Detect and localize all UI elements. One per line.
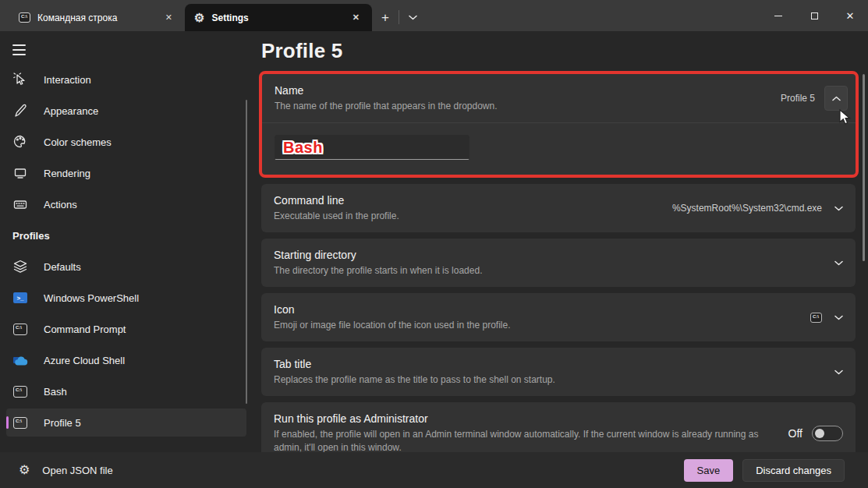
- icon-expander[interactable]: Icon Emoji or image file location of the…: [261, 293, 856, 341]
- cmd-icon-text: C:\: [21, 14, 27, 19]
- setting-subtitle: Executable used in the profile.: [274, 210, 660, 223]
- name-expander-card: Name The name of the profile that appear…: [262, 74, 856, 175]
- minimize-button[interactable]: [760, 0, 796, 31]
- setting-title: Command line: [274, 193, 660, 208]
- sidebar-item-label: Defaults: [44, 261, 81, 273]
- collapse-expander-button[interactable]: [824, 86, 848, 111]
- chevron-down-icon: [834, 315, 843, 320]
- setting-value: %SystemRoot%\System32\cmd.exe: [672, 203, 822, 214]
- appearance-icon: [12, 103, 28, 118]
- sidebar-item-rendering[interactable]: Rendering: [6, 159, 246, 187]
- window-controls: ✕: [760, 0, 868, 31]
- sidebar-item-profile-5[interactable]: C:\ Profile 5: [6, 408, 246, 437]
- cmd-window-icon: C:\: [19, 12, 30, 23]
- sidebar-item-actions[interactable]: Actions: [6, 190, 246, 218]
- profile-name-input[interactable]: Bash: [275, 135, 469, 160]
- titlebar: C:\ Командная строка ✕ ⚙ Settings ✕ + ✕: [0, 0, 868, 31]
- sidebar-item-color-schemes[interactable]: Color schemes: [6, 128, 246, 156]
- setting-title: Run this profile as Administrator: [274, 412, 776, 426]
- name-expander-header[interactable]: Name The name of the profile that appear…: [262, 74, 856, 122]
- cmd-icon-text: C:\: [16, 387, 22, 392]
- gear-icon: ⚙: [194, 12, 204, 23]
- hamburger-menu-button[interactable]: [12, 42, 31, 58]
- setting-subtitle: Replaces the profile name as the title t…: [274, 373, 822, 387]
- sidebar-item-defaults[interactable]: Defaults: [6, 253, 246, 281]
- rendering-icon: [12, 165, 28, 181]
- powershell-icon-text: >_: [13, 292, 27, 303]
- sidebar-item-label: Bash: [44, 386, 67, 398]
- layers-icon: [12, 259, 28, 274]
- interaction-icon: [12, 72, 28, 87]
- cmd-icon-text: C:\: [16, 419, 22, 423]
- sidebar-item-interaction[interactable]: Interaction: [6, 65, 246, 94]
- settings-main-panel: Profile 5 Name The name of the profile t…: [257, 31, 868, 452]
- close-tab-icon[interactable]: ✕: [348, 11, 364, 24]
- sidebar-item-label: Appearance: [44, 105, 98, 117]
- save-button[interactable]: Save: [684, 459, 734, 482]
- open-json-label: Open JSON file: [42, 465, 112, 476]
- setting-title: Starting directory: [274, 248, 822, 263]
- cmd-window-icon: C:\: [12, 321, 28, 337]
- annotation-highlight-box: Name The name of the profile that appear…: [259, 71, 859, 178]
- sidebar-item-windows-powershell[interactable]: >_ Windows PowerShell: [6, 284, 246, 312]
- gear-icon: ⚙: [19, 464, 30, 476]
- chevron-up-icon: [832, 96, 841, 101]
- toggle-knob: [815, 429, 824, 438]
- content-scrollbar[interactable]: [863, 74, 865, 261]
- close-icon: ✕: [846, 10, 855, 22]
- tab-title-expander[interactable]: Tab title Replaces the profile name as t…: [261, 348, 856, 396]
- maximize-button[interactable]: [796, 0, 832, 31]
- name-expander-content: Bash: [262, 123, 856, 175]
- palette-icon: [12, 134, 28, 150]
- sidebar-section-profiles: Profiles: [6, 221, 246, 249]
- sidebar-item-azure-cloud-shell[interactable]: Azure Cloud Shell: [6, 346, 246, 374]
- cmd-window-icon: C:\: [810, 313, 822, 323]
- sidebar-item-label: Rendering: [44, 168, 90, 179]
- tab-settings[interactable]: ⚙ Settings ✕: [185, 4, 372, 31]
- cmd-window-icon: C:\: [12, 415, 28, 430]
- cmd-icon-text: C:\: [813, 314, 819, 319]
- sidebar-item-label: Color schemes: [44, 136, 112, 148]
- chevron-down-icon: [834, 370, 843, 375]
- cmd-window-icon: C:\: [12, 384, 28, 399]
- chevron-down-icon: [834, 206, 843, 211]
- footer-bar: ⚙ Open JSON file Save Discard changes: [0, 452, 868, 488]
- setting-subtitle: The directory the profile starts in when…: [274, 264, 822, 278]
- setting-value: Profile 5: [781, 93, 815, 104]
- command-line-expander[interactable]: Command line Executable used in the prof…: [261, 184, 856, 232]
- new-tab-button[interactable]: +: [372, 4, 399, 31]
- setting-title: Name: [275, 83, 781, 98]
- sidebar-item-label: Actions: [44, 199, 77, 210]
- starting-directory-expander[interactable]: Starting directory The directory the pro…: [261, 239, 856, 287]
- open-json-file-button[interactable]: ⚙ Open JSON file: [19, 464, 113, 476]
- cloud-icon: [12, 352, 28, 368]
- minimize-icon: [774, 16, 782, 16]
- run-as-admin-setting: Run this profile as Administrator If ena…: [261, 402, 856, 452]
- close-button[interactable]: ✕: [832, 0, 868, 31]
- sidebar-item-appearance[interactable]: Appearance: [6, 97, 246, 125]
- mouse-cursor: [839, 109, 852, 126]
- chevron-down-icon: [834, 260, 843, 266]
- sidebar-scrollbar[interactable]: [246, 100, 247, 404]
- sidebar-item-label: Interaction: [44, 74, 91, 86]
- sidebar-item-bash[interactable]: C:\ Bash: [6, 377, 246, 405]
- admin-toggle-switch[interactable]: [812, 426, 843, 441]
- sidebar-item-command-prompt[interactable]: C:\ Command Prompt: [6, 315, 246, 343]
- tab-label: Командная строка: [37, 12, 154, 23]
- tab-command-prompt[interactable]: C:\ Командная строка ✕: [9, 4, 185, 31]
- setting-title: Tab title: [274, 357, 822, 372]
- setting-title: Icon: [274, 302, 798, 317]
- page-title: Profile 5: [261, 39, 856, 63]
- settings-sidebar: Interaction Appearance Color schemes Ren…: [0, 31, 257, 452]
- tab-dropdown-button[interactable]: [399, 4, 427, 31]
- close-tab-icon[interactable]: ✕: [161, 11, 177, 24]
- maximize-icon: [811, 12, 818, 19]
- sidebar-item-label: Azure Cloud Shell: [44, 355, 125, 366]
- setting-subtitle: Emoji or image file location of the icon…: [274, 319, 798, 332]
- sidebar-item-label: Windows PowerShell: [44, 292, 139, 304]
- powershell-icon: >_: [12, 290, 28, 306]
- chevron-down-icon: [409, 15, 417, 20]
- annotated-input-text: Bash: [283, 139, 323, 157]
- discard-changes-button[interactable]: Discard changes: [742, 459, 845, 482]
- tab-label: Settings: [211, 12, 340, 23]
